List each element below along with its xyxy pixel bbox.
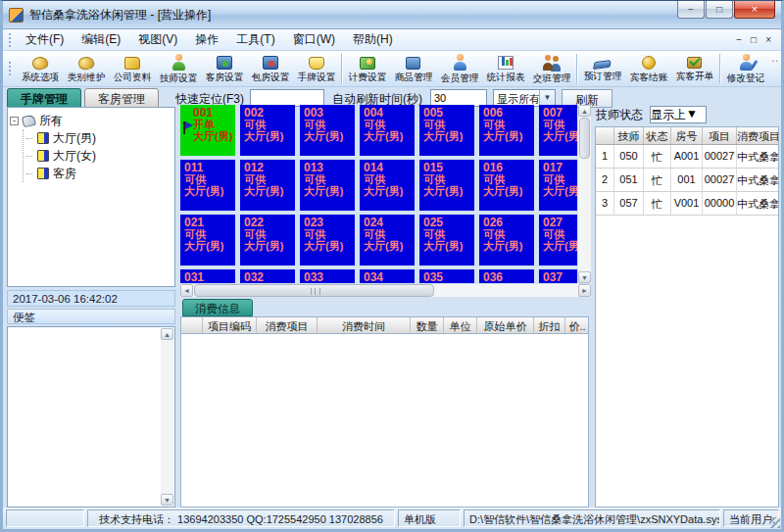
hand-tag-tile[interactable]: 002可供大厅(男): [240, 105, 295, 156]
menu-item[interactable]: 文件(F): [17, 28, 73, 51]
menu-item[interactable]: 帮助(H): [344, 28, 402, 51]
toolbar-button[interactable]: 商品管理: [390, 54, 436, 84]
menu-item[interactable]: 工具(T): [227, 28, 283, 51]
resize-grip[interactable]: [769, 517, 780, 528]
consume-column-header[interactable]: 数量: [411, 317, 444, 333]
consume-column-header[interactable]: 折扣: [534, 317, 565, 333]
notes-scrollbar[interactable]: ▲ ▼: [161, 328, 173, 506]
tab-consume-info[interactable]: 消费信息: [182, 299, 253, 316]
hand-tag-tile[interactable]: 035可供大厅(男): [419, 269, 474, 283]
hand-tag-tile[interactable]: 032可供大厅(男): [240, 269, 295, 283]
toolbar-button[interactable]: 计费设置: [344, 54, 390, 84]
table-row[interactable]: 3057忙V00100000中式桑拿: [596, 192, 778, 216]
toolbar-button[interactable]: 会员管理: [436, 53, 482, 85]
toolbar-button[interactable]: 技师设置: [155, 53, 201, 85]
grid-vertical-scrollbar[interactable]: ▲ ▼: [578, 105, 591, 283]
hand-tag-tile[interactable]: 007可供大厅(男): [539, 105, 577, 156]
tech-column-header[interactable]: 状态: [644, 127, 671, 144]
hand-tag-tile[interactable]: 024可供大厅(男): [360, 215, 415, 266]
hand-tag-tile[interactable]: 034可供大厅(男): [360, 269, 415, 283]
tree-item[interactable]: 大厅(男): [26, 129, 172, 147]
toolbar-button[interactable]: 类别维护: [63, 54, 109, 84]
toolbar-button[interactable]: 修改登记: [722, 53, 768, 85]
collapse-icon[interactable]: -: [10, 117, 19, 125]
hand-tag-tile[interactable]: 031可供大厅(男): [180, 269, 235, 283]
hand-tag-tile[interactable]: 014可供大厅(男): [360, 160, 415, 211]
table-row[interactable]: 1050忙A00100027中式桑拿: [596, 145, 778, 169]
hand-tag-tile[interactable]: 022可供大厅(男): [240, 215, 295, 266]
consume-column-header[interactable]: [181, 317, 203, 333]
scroll-down-icon[interactable]: ▼: [161, 494, 173, 506]
hand-tag-tile[interactable]: 005可供大厅(男): [419, 105, 474, 156]
consume-column-header[interactable]: 消费时间: [318, 317, 411, 333]
hand-tag-tile[interactable]: 011可供大厅(男): [180, 160, 235, 211]
consume-column-header[interactable]: 单位: [444, 317, 477, 333]
scroll-right-icon[interactable]: ►: [578, 284, 591, 297]
hand-tag-tile[interactable]: 033可供大厅(男): [300, 269, 355, 283]
hand-tag-tile[interactable]: 004可供大厅(男): [360, 105, 415, 156]
toolbar-button[interactable]: 统计报表: [482, 54, 528, 84]
consume-column-header[interactable]: 消费项目: [257, 317, 318, 333]
hand-tag-tile[interactable]: 006可供大厅(男): [479, 105, 534, 156]
tech-column-header[interactable]: 房号: [671, 127, 703, 144]
maximize-button[interactable]: □: [706, 1, 733, 19]
toolbar-button[interactable]: 预订管理: [579, 55, 625, 83]
toolbar-button[interactable]: 客房设置: [201, 54, 247, 84]
hand-tag-tile[interactable]: 012可供大厅(男): [240, 160, 295, 211]
menu-item[interactable]: 编辑(E): [73, 28, 129, 51]
mdi-minimize-button[interactable]: −: [736, 34, 742, 45]
table-row[interactable]: 2051忙00100027中式桑拿: [596, 169, 778, 192]
scroll-down-icon[interactable]: ▼: [578, 271, 591, 283]
scroll-up-icon[interactable]: ▲: [578, 105, 591, 117]
toolbar-button[interactable]: 宾客结账: [625, 54, 671, 84]
hand-tag-tile[interactable]: 027可供大厅(男): [539, 215, 577, 266]
consume-column-header[interactable]: 原始单价: [477, 317, 534, 333]
hand-tag-tile[interactable]: 013可供大厅(男): [300, 160, 355, 211]
close-button[interactable]: ×: [734, 1, 775, 19]
hand-tag-tile[interactable]: 025可供大厅(男): [419, 215, 474, 266]
hand-tag-tile[interactable]: 037可供大厅(男): [539, 269, 577, 283]
toolbar-button[interactable]: 手牌设置: [293, 54, 339, 84]
hand-tag-tile[interactable]: 023可供大厅(男): [300, 215, 355, 266]
scrollbar-thumb[interactable]: [194, 284, 434, 297]
toolbar-overflow-icon[interactable]: ..: [771, 53, 779, 64]
technician-filter-select[interactable]: 显示上 ▼: [650, 106, 707, 123]
consume-column-header[interactable]: 价..: [565, 317, 589, 333]
scroll-left-icon[interactable]: ◄: [180, 284, 193, 297]
hand-tag-tile[interactable]: 015可供大厅(男): [419, 160, 474, 211]
grid-horizontal-scrollbar[interactable]: ◄ ►: [180, 284, 591, 297]
tree-item[interactable]: 大厅(女): [26, 147, 172, 165]
minimize-button[interactable]: −: [677, 1, 705, 19]
mdi-restore-button[interactable]: □: [751, 34, 757, 45]
tile-number: 022: [244, 217, 294, 228]
notes-area[interactable]: ▲ ▼: [7, 326, 175, 508]
scroll-up-icon[interactable]: ▲: [161, 328, 173, 340]
tech-column-header[interactable]: 消费项目: [737, 127, 779, 144]
hand-tag-tile[interactable]: 017可供大厅(男): [539, 160, 577, 211]
tree-root[interactable]: - 所有: [10, 112, 172, 129]
hand-tag-tile[interactable]: 003可供大厅(男): [300, 105, 355, 156]
mdi-close-button[interactable]: ×: [765, 34, 771, 45]
toolbar-button[interactable]: 系统选项: [17, 54, 63, 84]
tech-column-header[interactable]: 技师: [614, 127, 644, 144]
hand-tag-tile[interactable]: 016可供大厅(男): [479, 160, 534, 211]
tree-item[interactable]: 客房: [26, 165, 172, 182]
toolbar-button[interactable]: 交班管理: [528, 53, 574, 85]
menu-item[interactable]: 操作: [186, 28, 227, 51]
chevron-down-icon[interactable]: ▼: [539, 90, 555, 106]
consume-table-body[interactable]: [180, 334, 589, 508]
hand-tag-tile[interactable]: 026可供大厅(男): [479, 215, 534, 266]
menu-item[interactable]: 视图(V): [129, 28, 186, 51]
toolbar-button[interactable]: 宾客开单: [671, 54, 717, 83]
scrollbar-thumb[interactable]: [579, 118, 590, 159]
tech-column-header[interactable]: 项目: [703, 127, 737, 144]
toolbar-button[interactable]: 公司资料: [109, 54, 155, 84]
tech-column-header[interactable]: [596, 127, 614, 144]
menu-item[interactable]: 窗口(W): [284, 28, 344, 51]
consume-column-header[interactable]: 项目编码: [203, 317, 257, 333]
hand-tag-tile[interactable]: 001开单大厅(男): [180, 105, 235, 156]
hand-tag-tile[interactable]: 021可供大厅(男): [180, 215, 235, 266]
hand-tag-tile[interactable]: 036可供大厅(男): [479, 269, 534, 283]
chevron-down-icon[interactable]: ▼: [686, 107, 698, 122]
toolbar-button[interactable]: 包房设置: [247, 54, 293, 84]
